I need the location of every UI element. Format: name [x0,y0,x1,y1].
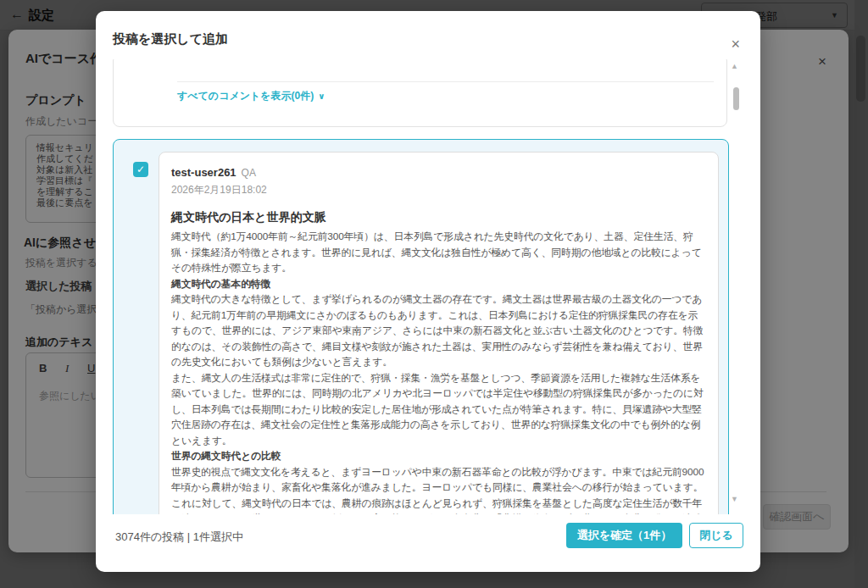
post-list: すべてのコメントを表示(0件)∨ ✓ test-user261QA 2026年2… [96,59,760,514]
screen: ← 設定 チーム選択： Teams開発部 ▼ AIでコース作 × プロンプト 作… [0,0,868,588]
chevron-down-icon: ∨ [318,92,325,101]
post-content: test-user261QA 2026年2月19日18:02 縄文時代の日本と世… [159,152,719,514]
post-author: test-user261 [171,166,236,179]
close-button[interactable]: 閉じる [689,523,743,548]
post-author-row: test-user261QA [171,164,706,180]
post-count-status: 3074件の投稿 | 1件選択中 [115,530,243,545]
post-author-badge: QA [242,167,256,179]
show-all-comments-link[interactable]: すべてのコメントを表示(0件)∨ [177,89,325,103]
post-body: 縄文時代（約1万4000年前～紀元前300年頃）は、日本列島で形成された先史時代… [171,229,706,514]
post-checkbox[interactable]: ✓ [133,162,148,177]
post-subheading: 世界の縄文時代との比較 [171,448,706,464]
post-paragraph: 縄文時代（約1万4000年前～紀元前300年頃）は、日本列島で形成された先史時代… [171,229,706,276]
divider [177,81,714,82]
selected-post-card[interactable]: ✓ test-user261QA 2026年2月19日18:02 縄文時代の日本… [113,139,729,514]
confirm-selection-button[interactable]: 選択を確定（1件） [566,523,682,548]
post-paragraph: 縄文時代の大きな特徴として、まず挙げられるのが縄文土器の存在です。縄文土器は世界… [171,291,706,370]
scroll-up-icon[interactable]: ▲ [731,62,738,70]
post-subheading: 縄文時代の基本的特徴 [171,276,706,292]
post-paragraph: また、縄文人の生活様式は非常に定住的で、狩猟・採集・漁労を基盤としつつ、季節資源… [171,370,706,449]
close-icon[interactable]: × [731,36,740,53]
select-post-modal: 投稿を選択して追加 × すべてのコメントを表示(0件)∨ ✓ test-user… [96,11,760,572]
previous-post-card[interactable]: すべてのコメントを表示(0件)∨ [113,59,727,127]
scroll-down-icon[interactable]: ▼ [731,495,738,503]
modal-title: 投稿を選択して追加 [113,31,228,47]
show-all-comments-label: すべてのコメントを表示(0件) [177,90,314,102]
post-paragraph: 世界史的視点で縄文文化を考えると、まずヨーロッパや中東の新石器革命との比較が浮か… [171,464,706,515]
modal-footer: 3074件の投稿 | 1件選択中 選択を確定（1件） 閉じる [96,514,760,572]
post-date: 2026年2月19日18:02 [171,183,706,197]
modal-scrollbar-thumb[interactable] [733,87,739,110]
post-title: 縄文時代の日本と世界的文脈 [171,210,706,225]
